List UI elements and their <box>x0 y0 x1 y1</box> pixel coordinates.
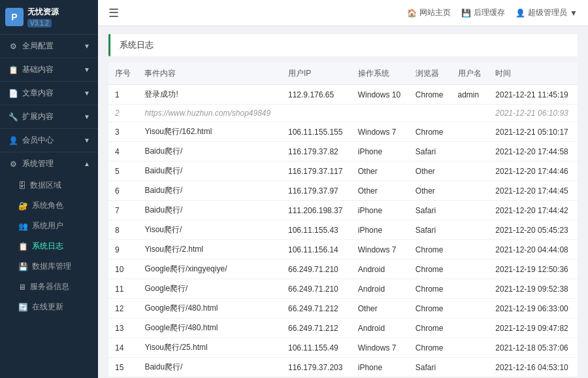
menu-toggle-button[interactable]: ☰ <box>108 6 119 20</box>
cell-user <box>451 279 489 299</box>
home-link[interactable]: 🏠 网站主页 <box>407 7 451 18</box>
cell-os: Windows 7 <box>351 122 409 142</box>
cell-ip: 116.179.37.117 <box>282 162 351 181</box>
chevron-down-icon: ▼ <box>570 9 578 18</box>
table-body: 1登录成功!112.9.176.65Windows 10Chromeadmin2… <box>108 85 578 377</box>
cell-user <box>451 318 489 338</box>
cell-time: 2021-12-19 09:52:38 <box>489 279 578 299</box>
cell-ip: 66.249.71.210 <box>282 260 351 279</box>
sidebar-item-article[interactable]: 📄 文章内容 ▼ <box>0 82 98 105</box>
logo: P 无忧资源 V3.1.2 <box>0 0 98 35</box>
sidebar-item-users[interactable]: 👥 系统用户 <box>0 216 98 236</box>
sidebar-item-extend[interactable]: 🔧 扩展内容 ▼ <box>0 105 98 129</box>
table-row: 8Yisou爬行/106.11.155.43iPhoneSafari2021-1… <box>108 220 578 240</box>
col-event: 事件内容 <box>138 63 282 85</box>
sidebar-item-label: 扩展内容 <box>22 111 54 122</box>
cell-id: 15 <box>108 358 138 377</box>
cell-browser: Other <box>409 181 451 201</box>
cell-event: Yisou爬行/162.html <box>138 122 282 142</box>
cell-user <box>451 220 489 240</box>
sidebar-item-datazone[interactable]: 🗄 数据区域 <box>0 175 98 196</box>
cell-ip: 106.11.155.49 <box>282 338 351 358</box>
datazone-icon: 🗄 <box>18 181 26 190</box>
sidebar: P 无忧资源 V3.1.2 ⚙ 全局配置 ▼ 📋 基础内容 ▼ 📄 文章内容 ▼… <box>0 0 98 378</box>
cell-time: 2021-12-20 17:44:58 <box>489 142 578 162</box>
cell-os: Android <box>351 279 409 299</box>
sidebar-item-basic[interactable]: 📋 基础内容 ▼ <box>0 58 98 82</box>
admin-dropdown[interactable]: 👤 超级管理员 ▼ <box>515 7 578 18</box>
table-row: 14Yisou爬行/25.html106.11.155.49Windows 7C… <box>108 338 578 358</box>
cache-link[interactable]: 💾 后理缓存 <box>461 7 505 18</box>
col-os: 操作系统 <box>351 63 409 85</box>
sidebar-item-update[interactable]: 🔄 在线更新 <box>0 297 98 317</box>
cell-user <box>451 260 489 279</box>
cell-event: Yisou爬行/2.html <box>138 240 282 260</box>
sidebar-item-logs[interactable]: 📋 系统日志 <box>0 236 98 256</box>
table-row: 9Yisou爬行/2.html106.11.156.14Windows 7Chr… <box>108 240 578 260</box>
topbar: ☰ 🏠 网站主页 💾 后理缓存 👤 超级管理员 ▼ <box>98 0 588 26</box>
home-label: 网站主页 <box>419 7 451 18</box>
cell-event: Yisou爬行/ <box>138 220 282 240</box>
cell-browser <box>409 105 451 122</box>
col-user: 用户名 <box>451 63 489 85</box>
cell-browser: Chrome <box>409 85 451 105</box>
cell-event: Baidu爬行/ <box>138 162 282 181</box>
table-row: 7Baidu爬行/111.206.198.37iPhoneSafari2021-… <box>108 201 578 220</box>
sidebar-item-label: 会员中心 <box>22 135 54 146</box>
cell-ip: 116.179.37.203 <box>282 358 351 377</box>
cell-ip: 116.179.37.82 <box>282 142 351 162</box>
table-row: 3Yisou爬行/162.html106.11.155.155Windows 7… <box>108 122 578 142</box>
cell-id: 4 <box>108 142 138 162</box>
basic-icon: 📋 <box>8 65 18 75</box>
article-icon: 📄 <box>8 88 18 99</box>
cell-time: 2021-12-21 11:45:19 <box>489 85 578 105</box>
cell-os: iPhone <box>351 220 409 240</box>
submenu-label: 系统日志 <box>32 241 63 252</box>
sidebar-item-system[interactable]: ⚙ 系统管理 ▲ <box>0 152 98 175</box>
member-icon: 👤 <box>8 135 18 146</box>
cell-browser: Chrome <box>409 122 451 142</box>
content-area: 系统日志 序号 事件内容 用户IP 操作系统 浏览器 用户名 时间 1登录成功!… <box>98 26 588 378</box>
cell-ip <box>282 105 351 122</box>
server-icon: 🖥 <box>18 283 26 292</box>
sidebar-item-server[interactable]: 🖥 服务器信息 <box>0 277 98 297</box>
col-id: 序号 <box>108 63 138 85</box>
cell-event: Google爬行/480.html <box>138 299 282 318</box>
sidebar-item-dbmanage[interactable]: 💾 数据库管理 <box>0 256 98 277</box>
global-icon: ⚙ <box>8 41 18 52</box>
cell-user <box>451 358 489 377</box>
cell-event: Google爬行/ <box>138 279 282 299</box>
sidebar-item-roles[interactable]: 🔐 系统角色 <box>0 196 98 216</box>
cell-os: Other <box>351 162 409 181</box>
cell-user: admin <box>451 85 489 105</box>
cell-time: 2021-12-21 06:10:93 <box>489 105 578 122</box>
system-icon: ⚙ <box>8 159 18 169</box>
table-row: 10Google爬行/xingyeqiye/66.249.71.210Andro… <box>108 260 578 279</box>
cell-time: 2021-12-20 04:44:08 <box>489 240 578 260</box>
cell-event: Baidu爬行/ <box>138 142 282 162</box>
cell-browser: Safari <box>409 220 451 240</box>
cell-os: Other <box>351 299 409 318</box>
cell-os: Windows 7 <box>351 338 409 358</box>
cell-id: 12 <box>108 299 138 318</box>
cell-os: Other <box>351 181 409 201</box>
cell-time: 2021-12-20 17:44:46 <box>489 162 578 181</box>
cell-event: https://www.huzhun.com/shop49849 <box>138 105 282 122</box>
cell-browser: Chrome <box>409 240 451 260</box>
cell-time: 2021-12-16 04:53:10 <box>489 358 578 377</box>
cell-event: Baidu爬行/ <box>138 201 282 220</box>
sidebar-item-global[interactable]: ⚙ 全局配置 ▼ <box>0 35 98 58</box>
chevron-down-icon: ▼ <box>84 137 90 144</box>
home-icon: 🏠 <box>407 9 417 18</box>
cell-id: 5 <box>108 162 138 181</box>
table-header-row: 序号 事件内容 用户IP 操作系统 浏览器 用户名 时间 <box>108 63 578 85</box>
cell-user <box>451 142 489 162</box>
cell-time: 2021-12-21 05:10:17 <box>489 122 578 142</box>
cell-browser: Other <box>409 162 451 181</box>
users-icon: 👥 <box>18 222 28 231</box>
cell-ip: 106.11.155.43 <box>282 220 351 240</box>
sidebar-item-member[interactable]: 👤 会员中心 ▼ <box>0 129 98 152</box>
cell-id: 9 <box>108 240 138 260</box>
chevron-down-icon: ▼ <box>84 113 90 120</box>
cache-label: 后理缓存 <box>474 7 505 18</box>
